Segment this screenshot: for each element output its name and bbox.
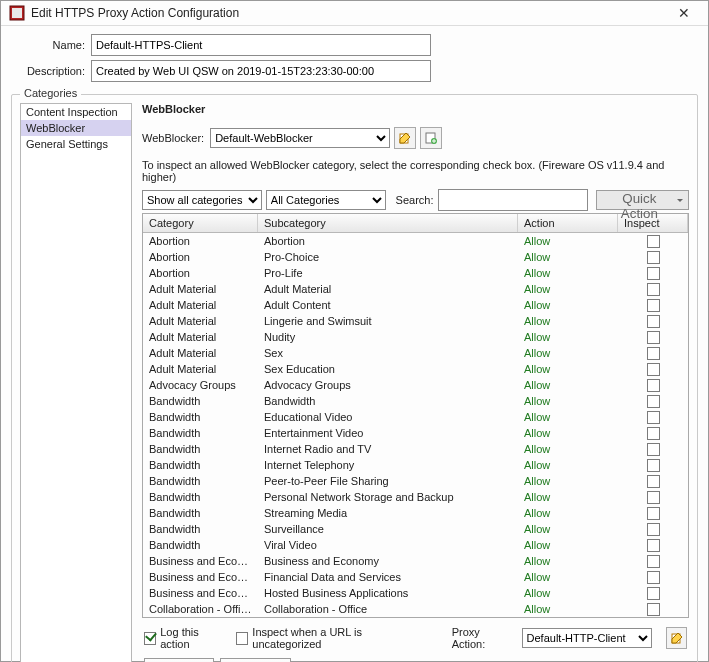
cell-category: Adult Material [143, 331, 258, 343]
table-row[interactable]: BandwidthEducational VideoAllow [143, 409, 688, 425]
name-input[interactable] [91, 34, 431, 56]
log-this-action-checkbox[interactable] [144, 632, 156, 645]
inspect-checkbox[interactable] [647, 363, 660, 376]
sidebar-item-content-inspection[interactable]: Content Inspection [21, 104, 131, 120]
inspect-checkbox[interactable] [647, 427, 660, 440]
import-button[interactable]: Import... [144, 658, 214, 662]
window-title: Edit HTTPS Proxy Action Configuration [31, 6, 668, 20]
log-this-action-label: Log this action [160, 626, 226, 650]
table-row[interactable]: Collaboration - OfficeCollaboration - Of… [143, 601, 688, 617]
cell-action: Allow [518, 411, 618, 423]
webblocker-select[interactable]: Default-WebBlocker [210, 128, 390, 148]
inspect-checkbox[interactable] [647, 315, 660, 328]
table-row[interactable]: Advocacy GroupsAdvocacy GroupsAllow [143, 377, 688, 393]
description-input[interactable] [91, 60, 431, 82]
webblocker-label: WebBlocker: [142, 132, 204, 144]
cell-subcategory: Educational Video [258, 411, 518, 423]
table-row[interactable]: BandwidthPersonal Network Storage and Ba… [143, 489, 688, 505]
cell-subcategory: Collaboration - Office [258, 603, 518, 615]
inspect-checkbox[interactable] [647, 347, 660, 360]
table-row[interactable]: Business and EconomyHosted Business Appl… [143, 585, 688, 601]
proxy-action-select[interactable]: Default-HTTP-Client [522, 628, 653, 648]
table-row[interactable]: AbortionPro-LifeAllow [143, 265, 688, 281]
filter-all-select[interactable]: All Categories [266, 190, 386, 210]
cell-category: Bandwidth [143, 523, 258, 535]
cell-action: Allow [518, 299, 618, 311]
col-subcategory[interactable]: Subcategory [258, 214, 518, 232]
inspect-checkbox[interactable] [647, 491, 660, 504]
inspect-checkbox[interactable] [647, 443, 660, 456]
cell-category: Business and Economy [143, 587, 258, 599]
close-button[interactable]: ✕ [668, 1, 700, 25]
inspect-checkbox[interactable] [647, 267, 660, 280]
table-row[interactable]: BandwidthStreaming MediaAllow [143, 505, 688, 521]
cell-action: Allow [518, 363, 618, 375]
cell-category: Abortion [143, 251, 258, 263]
inspect-uncategorized-label: Inspect when a URL is uncategorized [252, 626, 421, 650]
inspect-checkbox[interactable] [647, 603, 660, 616]
table-row[interactable]: BandwidthViral VideoAllow [143, 537, 688, 553]
inspect-uncategorized-checkbox[interactable] [236, 632, 248, 645]
table-row[interactable]: AbortionPro-ChoiceAllow [143, 249, 688, 265]
inspect-checkbox[interactable] [647, 523, 660, 536]
table-body[interactable]: AbortionAbortionAllowAbortionPro-ChoiceA… [143, 233, 688, 617]
inspect-checkbox[interactable] [647, 331, 660, 344]
cell-subcategory: Advocacy Groups [258, 379, 518, 391]
cell-category: Bandwidth [143, 539, 258, 551]
inspect-checkbox[interactable] [647, 379, 660, 392]
inspect-checkbox[interactable] [647, 459, 660, 472]
table-row[interactable]: Adult MaterialAdult ContentAllow [143, 297, 688, 313]
table-row[interactable]: BandwidthInternet TelephonyAllow [143, 457, 688, 473]
inspect-checkbox[interactable] [647, 299, 660, 312]
inspect-checkbox[interactable] [647, 539, 660, 552]
inspect-checkbox[interactable] [647, 475, 660, 488]
inspect-checkbox[interactable] [647, 555, 660, 568]
col-category[interactable]: Category [143, 214, 258, 232]
cell-action: Allow [518, 443, 618, 455]
sidebar-item-general-settings[interactable]: General Settings [21, 136, 131, 152]
inspect-checkbox[interactable] [647, 587, 660, 600]
table-row[interactable]: Adult MaterialNudityAllow [143, 329, 688, 345]
table-row[interactable]: BandwidthInternet Radio and TVAllow [143, 441, 688, 457]
cell-category: Bandwidth [143, 395, 258, 407]
edit-webblocker-icon[interactable] [394, 127, 416, 149]
cell-action: Allow [518, 315, 618, 327]
inspect-checkbox[interactable] [647, 395, 660, 408]
export-button[interactable]: Export... [220, 658, 291, 662]
table-row[interactable]: Business and EconomyFinancial Data and S… [143, 569, 688, 585]
edit-proxy-action-icon[interactable] [666, 627, 687, 649]
search-input[interactable] [438, 189, 588, 211]
cell-category: Adult Material [143, 299, 258, 311]
cell-category: Business and Economy [143, 571, 258, 583]
table-row[interactable]: BandwidthSurveillanceAllow [143, 521, 688, 537]
sidebar-item-webblocker[interactable]: WebBlocker [21, 120, 131, 136]
table-row[interactable]: Business and EconomyBusiness and Economy… [143, 553, 688, 569]
cell-category: Adult Material [143, 283, 258, 295]
inspect-checkbox[interactable] [647, 411, 660, 424]
cell-action: Allow [518, 427, 618, 439]
inspect-checkbox[interactable] [647, 507, 660, 520]
table-row[interactable]: Adult MaterialSex EducationAllow [143, 361, 688, 377]
new-webblocker-icon[interactable] [420, 127, 442, 149]
inspect-checkbox[interactable] [647, 251, 660, 264]
filter-show-select[interactable]: Show all categories [142, 190, 262, 210]
inspect-checkbox[interactable] [647, 571, 660, 584]
proxy-action-label: Proxy Action: [452, 626, 512, 650]
table-row[interactable]: BandwidthPeer-to-Peer File SharingAllow [143, 473, 688, 489]
col-action[interactable]: Action [518, 214, 618, 232]
table-row[interactable]: Adult MaterialAdult MaterialAllow [143, 281, 688, 297]
cell-action: Allow [518, 571, 618, 583]
cell-subcategory: Surveillance [258, 523, 518, 535]
inspect-checkbox[interactable] [647, 283, 660, 296]
table-row[interactable]: Adult MaterialSexAllow [143, 345, 688, 361]
table-row[interactable]: AbortionAbortionAllow [143, 233, 688, 249]
cell-action: Allow [518, 251, 618, 263]
table-row[interactable]: Adult MaterialLingerie and SwimsuitAllow [143, 313, 688, 329]
quick-action-button[interactable]: Quick Action [596, 190, 689, 210]
cell-category: Bandwidth [143, 427, 258, 439]
table-row[interactable]: BandwidthEntertainment VideoAllow [143, 425, 688, 441]
cell-category: Adult Material [143, 363, 258, 375]
cell-subcategory: Financial Data and Services [258, 571, 518, 583]
table-row[interactable]: BandwidthBandwidthAllow [143, 393, 688, 409]
inspect-checkbox[interactable] [647, 235, 660, 248]
